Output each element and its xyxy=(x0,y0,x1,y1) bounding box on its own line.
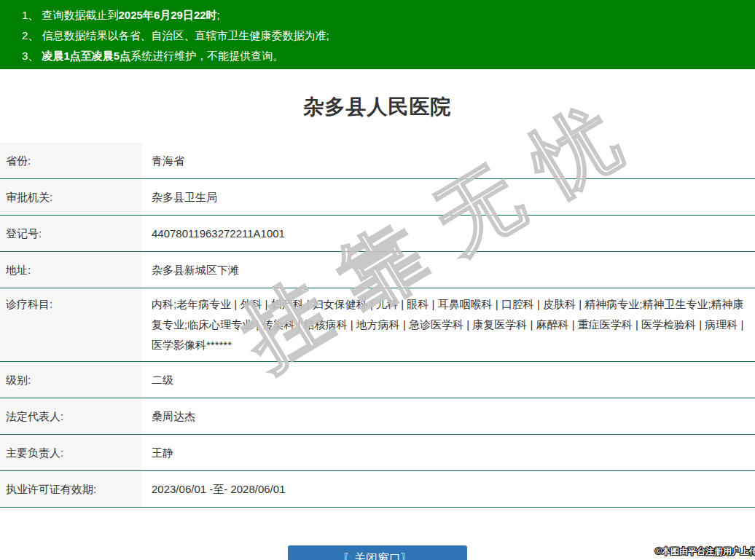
page-title: 杂多县人民医院 xyxy=(0,93,755,121)
row-label: 法定代表人: xyxy=(0,398,142,434)
table-row-license-validity: 执业许可证有效期: 2023/06/01 -至- 2028/06/01 xyxy=(0,471,755,508)
notice-text: 系统进行维护，不能提供查询。 xyxy=(130,50,283,62)
row-label: 审批机关: xyxy=(0,179,142,215)
notice-text: ; xyxy=(217,9,220,21)
table-row-person-in-charge: 主要负责人: 王静 xyxy=(0,435,755,471)
row-label: 诊疗科目: xyxy=(0,288,142,361)
row-value: 桑周达杰 xyxy=(142,398,755,434)
row-value: 内科;老年病专业 | 外科 | 妇产科 | 妇女保健科 | 儿科 | 眼科 | … xyxy=(142,288,755,361)
notice-bold-text: 凌晨1点至凌晨5点 xyxy=(42,50,131,62)
table-row-approval-authority: 审批机关: 杂多县卫生局 xyxy=(0,179,755,216)
notice-text: 3、 xyxy=(22,50,42,62)
notice-text: 2、 信息数据结果以各省、自治区、直辖市卫生健康委数据为准; xyxy=(22,29,329,42)
row-label: 省份: xyxy=(0,143,142,178)
row-value: 杂多县新城区下滩 xyxy=(142,252,755,288)
row-label: 级别: xyxy=(0,362,142,398)
button-row: 〖关闭窗口〗 xyxy=(0,545,755,560)
notice-bold-text: 2025年6月29日22时 xyxy=(119,9,217,21)
row-label: 地址: xyxy=(0,252,142,288)
row-value: 44078011963272211A1001 xyxy=(142,216,755,251)
table-row-province: 省份: 青海省 xyxy=(0,143,755,179)
row-value: 杂多县卫生局 xyxy=(142,179,755,215)
notice-line-1: 1、 查询数据截止到2025年6月29日22时; xyxy=(22,5,755,25)
table-row-legal-representative: 法定代表人: 桑周达杰 xyxy=(0,398,755,435)
notice-banner: 1、 查询数据截止到2025年6月29日22时; 2、 信息数据结果以各省、自治… xyxy=(0,0,755,69)
row-value: 王静 xyxy=(142,435,755,470)
row-value: 二级 xyxy=(142,362,755,398)
table-row-medical-departments: 诊疗科目: 内科;老年病专业 | 外科 | 妇产科 | 妇女保健科 | 儿科 |… xyxy=(0,288,755,362)
row-label: 主要负责人: xyxy=(0,435,142,470)
notice-text: 1、 查询数据截止到 xyxy=(22,9,119,21)
table-row-registration-number: 登记号: 44078011963272211A1001 xyxy=(0,216,755,252)
row-label: 登记号: xyxy=(0,216,142,251)
copyright-note: ©本图由平台注册用户上传 xyxy=(655,545,755,558)
table-row-level: 级别: 二级 xyxy=(0,362,755,398)
row-label: 执业许可证有效期: xyxy=(0,471,142,507)
hospital-info-table: 省份: 青海省 审批机关: 杂多县卫生局 登记号: 44078011963272… xyxy=(0,143,755,508)
notice-line-2: 2、 信息数据结果以各省、自治区、直辖市卫生健康委数据为准; xyxy=(22,25,755,46)
table-row-address: 地址: 杂多县新城区下滩 xyxy=(0,252,755,288)
notice-line-3: 3、 凌晨1点至凌晨5点系统进行维护，不能提供查询。 xyxy=(22,46,755,66)
close-window-button[interactable]: 〖关闭窗口〗 xyxy=(288,545,467,560)
row-value: 2023/06/01 -至- 2028/06/01 xyxy=(142,471,755,507)
row-value: 青海省 xyxy=(142,143,755,178)
